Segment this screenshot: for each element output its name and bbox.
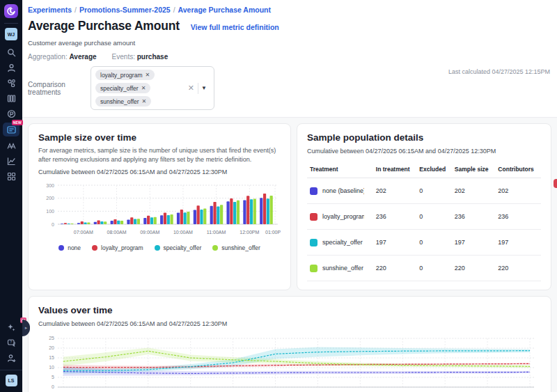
table-cell: 236 <box>495 204 541 230</box>
sample-size-card: Sample size over time For average metric… <box>28 123 291 290</box>
legend-dot <box>212 245 218 251</box>
chevron-down-icon[interactable]: ▼ <box>198 85 210 91</box>
app-logo-icon[interactable] <box>4 4 18 18</box>
treatment-name: loyalty_program <box>322 213 364 220</box>
table-cell: 236 <box>452 204 496 230</box>
table-cell: 197 <box>452 230 496 256</box>
legend-label: sunshine_offer <box>221 244 260 251</box>
population-card: Sample population details Cumulative bet… <box>297 123 551 290</box>
svg-text:01:00PM: 01:00PM <box>265 230 281 235</box>
legend-label: loyalty_program <box>101 244 143 251</box>
sample-size-title: Sample size over time <box>38 132 281 143</box>
values-line-chart[interactable]: 051015202507:00AM07:30AM08:00AM08:30AM09… <box>38 333 541 392</box>
legend-item[interactable]: loyalty_program <box>92 244 143 251</box>
svg-text:300: 300 <box>46 183 54 188</box>
new-badge: NEW <box>12 120 23 125</box>
legend-dot <box>58 245 64 251</box>
workspace-avatar[interactable]: WJ <box>5 28 17 40</box>
table-column-header: In treatment <box>373 162 416 178</box>
values-cumulative: Cumulative between 04/27/2025 06:15AM an… <box>38 320 541 327</box>
table-cell: 197 <box>373 230 416 256</box>
chip-label: specialty_offer <box>100 85 139 92</box>
invite-user-icon[interactable] <box>0 350 22 366</box>
dashboards-icon[interactable] <box>0 168 22 184</box>
svg-text:0: 0 <box>52 384 54 389</box>
legend-item[interactable]: sunshine_offer <box>212 244 260 251</box>
chip-remove-icon[interactable]: ✕ <box>141 85 146 91</box>
table-row: none (baseline)2020202202 <box>307 178 541 204</box>
table-cell: 202 <box>373 178 416 204</box>
sidebar-footer: LS <box>0 370 22 392</box>
metrics-console-selected[interactable]: NEW <box>3 123 19 136</box>
page-header: Experiments/Promotions-Summer-2025/Avera… <box>22 0 557 118</box>
chip-label: loyalty_program <box>100 72 142 79</box>
comparison-treatments-label: Comparison treatments <box>28 81 91 96</box>
chip-remove-icon[interactable]: ✕ <box>142 98 147 104</box>
treatment-name: none (baseline) <box>322 187 364 194</box>
experiments-icon[interactable] <box>0 138 22 153</box>
chip-remove-icon[interactable]: ✕ <box>145 72 150 78</box>
breadcrumb-item: Average Purchase Amount <box>178 6 271 14</box>
sidebar-divider <box>4 23 18 24</box>
sidebar: WJ NEW AI ? LS <box>0 0 22 392</box>
table-row: specialty_offer1970197197 <box>307 230 541 256</box>
sample-size-cumulative: Cumulative between 04/27/2025 06:15AM an… <box>38 168 281 175</box>
insights-chart-icon[interactable] <box>0 153 22 168</box>
user-avatar[interactable]: LS <box>6 375 17 386</box>
treatment-chip[interactable]: loyalty_program✕ <box>95 70 155 80</box>
table-cell: 220 <box>373 256 416 281</box>
treatment-color-swatch <box>310 213 317 221</box>
population-title: Sample population details <box>307 132 541 143</box>
pulse-icon[interactable] <box>0 106 22 121</box>
bar-chart-legend: noneloyalty_programspecialty_offersunshi… <box>38 244 281 251</box>
treatment-chip[interactable]: specialty_offer✕ <box>95 83 150 93</box>
clear-all-icon[interactable]: ✕ <box>185 84 198 93</box>
table-cell: 0 <box>416 178 452 204</box>
table-column-header: Contributors <box>495 162 541 178</box>
treatment-chips: loyalty_program✕specialty_offer✕sunshine… <box>95 70 185 107</box>
population-cumulative: Cumulative between 04/27/2025 06:15AM an… <box>307 148 541 155</box>
aggregation-label: Aggregation: <box>28 53 68 61</box>
search-icon[interactable] <box>0 45 22 60</box>
svg-text:07:00AM: 07:00AM <box>74 230 93 235</box>
segments-icon[interactable] <box>0 75 22 91</box>
breadcrumb-item[interactable]: Promotions-Summer-2025 <box>79 6 171 14</box>
population-table: TreatmentIn treatmentExcludedSample size… <box>307 162 541 281</box>
treatment-color-swatch <box>310 265 317 272</box>
svg-text:10:00AM: 10:00AM <box>173 230 193 235</box>
last-calculated: Last calculated 04/27/2025 12:15PM <box>448 68 550 75</box>
treatment-name: sunshine_offer <box>322 265 363 272</box>
events-label: Events: <box>112 53 135 61</box>
console-icon <box>7 126 16 134</box>
legend-item[interactable]: specialty_offer <box>155 244 202 251</box>
svg-text:0: 0 <box>52 222 54 227</box>
view-metric-definition-link[interactable]: View full metric definition <box>191 23 279 31</box>
users-icon[interactable] <box>0 60 22 75</box>
svg-text:5: 5 <box>52 375 54 379</box>
table-cell: 220 <box>495 256 541 281</box>
svg-text:10: 10 <box>49 365 54 370</box>
values-title: Values over time <box>38 305 541 315</box>
page-title: Average Purchase Amount <box>28 19 180 33</box>
table-column-header: Excluded <box>416 162 452 178</box>
treatment-chip[interactable]: sunshine_offer✕ <box>95 96 151 107</box>
metric-subtitle: Customer average purchase amount <box>28 39 551 47</box>
legend-item[interactable]: none <box>58 244 81 251</box>
treatments-select[interactable]: loyalty_program✕specialty_offer✕sunshine… <box>91 66 214 110</box>
legend-label: specialty_offer <box>164 244 202 251</box>
svg-text:12:00PM: 12:00PM <box>240 230 259 235</box>
sample-size-bar-chart[interactable]: 010020030007:00AM08:00AM09:00AM10:00AM11… <box>38 181 281 242</box>
ai-assistant-icon[interactable]: AI <box>0 320 22 335</box>
columns-icon[interactable] <box>0 91 22 106</box>
table-column-header: Treatment <box>307 162 373 178</box>
table-cell: 0 <box>416 230 452 256</box>
help-chat-icon[interactable]: ? <box>0 335 22 350</box>
main-content: Experiments/Promotions-Summer-2025/Avera… <box>22 0 557 392</box>
table-cell: 197 <box>495 230 541 256</box>
right-edge-tab[interactable] <box>554 179 557 188</box>
table-cell: 202 <box>495 178 541 204</box>
svg-text:09:00AM: 09:00AM <box>140 230 159 235</box>
table-cell: 220 <box>452 256 496 281</box>
breadcrumb-separator: / <box>72 6 79 14</box>
breadcrumb-item[interactable]: Experiments <box>28 6 72 14</box>
